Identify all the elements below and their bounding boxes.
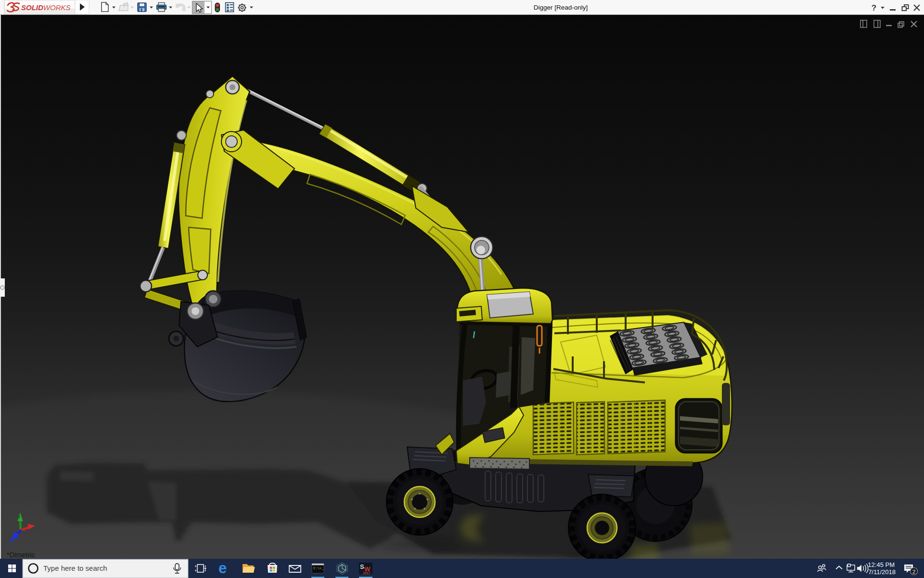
svg-text:Digger [Read-only]: Digger [Read-only] xyxy=(534,4,588,11)
svg-text:SOLIDWORKS: SOLIDWORKS xyxy=(21,3,71,12)
svg-text:7/11/2018: 7/11/2018 xyxy=(868,568,896,576)
svg-text:2017: 2017 xyxy=(363,571,371,575)
svg-text:S: S xyxy=(360,563,364,570)
svg-text:e: e xyxy=(218,560,227,577)
svg-text:2: 2 xyxy=(912,569,915,575)
svg-text:?: ? xyxy=(872,3,876,13)
svg-text:C:\>_: C:\>_ xyxy=(313,566,324,570)
svg-text:12:45 PM: 12:45 PM xyxy=(868,561,895,568)
svg-text:*Dimetric: *Dimetric xyxy=(7,551,35,559)
svg-text:Type here to search: Type here to search xyxy=(43,564,107,572)
